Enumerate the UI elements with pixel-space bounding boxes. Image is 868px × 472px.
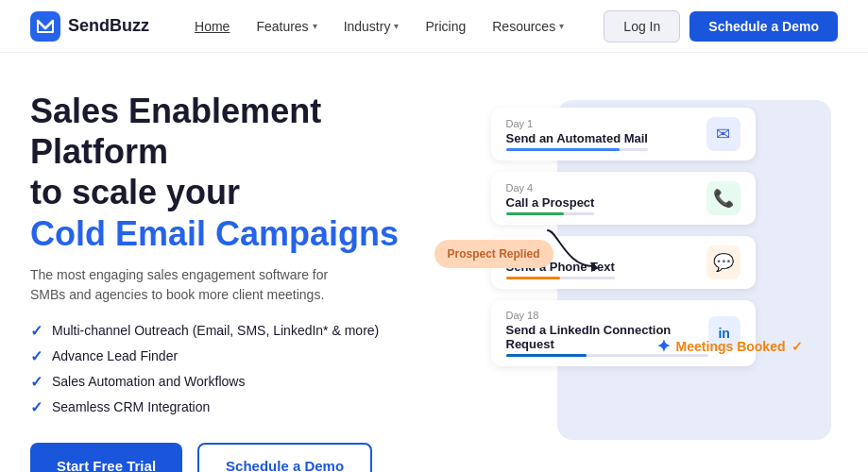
check-circle-icon: ✓ (791, 339, 803, 354)
chevron-down-icon: ▾ (559, 21, 564, 31)
hero-headline: Sales Enablement Platform to scale your … (30, 91, 465, 254)
sequence-card-day1: Day 1 Send an Automated Mail ✉ (491, 108, 756, 160)
meetings-booked-badge: ✦ Meetings Booked ✓ (656, 336, 803, 357)
sequence-container: Prospect Replied Day 1 Send an Automated… (491, 100, 812, 366)
start-free-trial-button[interactable]: Start Free Trial (30, 443, 182, 472)
hero-right: Prospect Replied Day 1 Send an Automated… (465, 91, 838, 472)
feature-item: ✓ Seamless CRM Integration (30, 398, 465, 416)
mail-icon: ✉ (706, 117, 740, 151)
chevron-down-icon: ▾ (313, 21, 317, 31)
feature-item: ✓ Advance Lead Finder (30, 347, 465, 365)
prospect-replied-bubble: Prospect Replied (434, 240, 553, 268)
nav-features[interactable]: Features ▾ (245, 13, 328, 40)
logo-text: SendBuzz (68, 16, 149, 36)
sms-icon: 💬 (706, 245, 740, 279)
nav-resources[interactable]: Resources ▾ (481, 13, 575, 40)
check-icon: ✓ (30, 322, 43, 340)
check-icon: ✓ (30, 373, 43, 391)
main-content: Sales Enablement Platform to scale your … (0, 53, 868, 472)
logo[interactable]: SendBuzz (30, 11, 149, 42)
nav-links: Home Features ▾ Industry ▾ Pricing Resou… (183, 13, 596, 40)
arrow-icon (538, 221, 614, 278)
nav-pricing[interactable]: Pricing (414, 13, 477, 40)
feature-item: ✓ Multi-channel Outreach (Email, SMS, Li… (30, 322, 465, 340)
star-icon: ✦ (656, 336, 671, 357)
schedule-demo-nav-button[interactable]: Schedule a Demo (689, 11, 838, 42)
login-button[interactable]: Log In (604, 10, 680, 42)
check-icon: ✓ (30, 347, 43, 365)
cta-buttons: Start Free Trial Schedule a Demo (30, 443, 465, 472)
features-list: ✓ Multi-channel Outreach (Email, SMS, Li… (30, 322, 465, 416)
nav-industry[interactable]: Industry ▾ (332, 13, 411, 40)
svg-rect-0 (30, 11, 60, 42)
nav-actions: Log In Schedule a Demo (604, 10, 838, 42)
schedule-demo-button[interactable]: Schedule a Demo (197, 443, 372, 472)
navbar: SendBuzz Home Features ▾ Industry ▾ Pric… (0, 0, 868, 53)
feature-item: ✓ Sales Automation and Workflows (30, 373, 465, 391)
hero-left: Sales Enablement Platform to scale your … (30, 91, 465, 472)
phone-icon: 📞 (706, 181, 740, 215)
sequence-card-day4: Day 4 Call a Prospect 📞 (491, 172, 756, 225)
hero-subtext: The most engaging sales engagement softw… (30, 265, 351, 305)
chevron-down-icon: ▾ (394, 21, 399, 31)
nav-home[interactable]: Home (183, 13, 241, 40)
check-icon: ✓ (30, 398, 43, 416)
svg-marker-1 (591, 262, 599, 272)
logo-icon (30, 11, 60, 42)
